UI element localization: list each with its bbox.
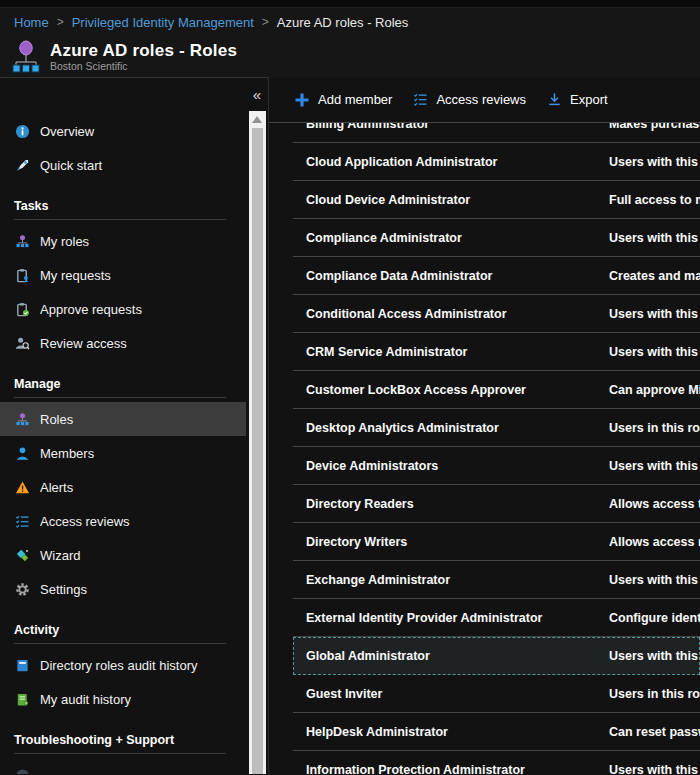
role-description: Allows access to various read only tasks… bbox=[609, 497, 700, 511]
table-row-directory-readers[interactable]: Directory ReadersAllows access to variou… bbox=[293, 485, 700, 523]
sidebar-item-label: Alerts bbox=[40, 480, 73, 495]
sidebar-item-directory-roles-audit-history[interactable]: Directory roles audit history bbox=[0, 648, 246, 682]
table-row-global-administrator[interactable]: Global AdministratorUsers with this role… bbox=[293, 637, 700, 675]
roles-table: Billing AdministratorMakes purchases, ma… bbox=[269, 123, 700, 774]
collapse-sidebar-button[interactable]: « bbox=[246, 78, 268, 111]
table-row-compliance-data-administrator[interactable]: Compliance Data AdministratorCreates and… bbox=[293, 257, 700, 295]
role-description: Users in this role can manage the Deskto… bbox=[609, 421, 700, 435]
help-icon bbox=[14, 767, 30, 774]
sidebar-item-roles[interactable]: Roles bbox=[0, 402, 246, 436]
table-row-guest-inviter[interactable]: Guest InviterUsers in this role can mana… bbox=[293, 675, 700, 713]
sidebar-item-label: Wizard bbox=[40, 548, 80, 563]
role-name: HelpDesk Administrator bbox=[293, 725, 448, 739]
table-row-directory-writers[interactable]: Directory WritersAllows access read task… bbox=[293, 523, 700, 561]
sidebar-item-wizard[interactable]: Wizard bbox=[0, 538, 246, 572]
role-name: Information Protection Administrator bbox=[293, 763, 525, 775]
role-name: Customer LockBox Access Approver bbox=[293, 383, 526, 397]
table-row-crm-service-administrator[interactable]: CRM Service AdministratorUsers with this… bbox=[293, 333, 700, 371]
sidebar-item-partial[interactable] bbox=[0, 758, 246, 774]
add-member-button[interactable]: Add member bbox=[284, 84, 402, 116]
sidebar-section-troubleshooting-support: Troubleshooting + Support bbox=[0, 729, 246, 751]
role-description: Users with this role have all permission… bbox=[609, 763, 700, 775]
sidebar-item-settings[interactable]: Settings bbox=[0, 572, 246, 606]
sidebar-item-label: Members bbox=[40, 446, 94, 461]
sidebar-item-review-access[interactable]: Review access bbox=[0, 326, 246, 360]
breadcrumb-link-home[interactable]: Home bbox=[14, 15, 49, 30]
person-icon bbox=[14, 445, 30, 461]
toolbar: Add memberAccess reviewsExport bbox=[269, 77, 700, 123]
sidebar-item-my-roles[interactable]: My roles bbox=[0, 224, 246, 258]
sidebar-item-alerts[interactable]: Alerts bbox=[0, 470, 246, 504]
sidebar-section-manage: Manage bbox=[0, 373, 246, 395]
toolbar-button-label: Add member bbox=[318, 92, 392, 107]
sidebar-item-label: Quick start bbox=[40, 158, 102, 173]
role-description: Creates and manages compliance content. bbox=[609, 269, 700, 283]
scroll-up-arrow-icon[interactable] bbox=[252, 116, 262, 123]
role-description: Allows access read tasks and a subset of… bbox=[609, 535, 700, 549]
role-description: Users with this role have the same permi… bbox=[609, 155, 700, 169]
breadcrumb-separator-icon: > bbox=[57, 15, 64, 29]
rocket-icon bbox=[14, 157, 30, 173]
sidebar-item-access-reviews[interactable]: Access reviews bbox=[0, 504, 246, 538]
table-row-desktop-analytics-administrator[interactable]: Desktop Analytics AdministratorUsers in … bbox=[293, 409, 700, 447]
role-name: External Identity Provider Administrator bbox=[293, 611, 542, 625]
sidebar-item-label: My requests bbox=[40, 268, 111, 283]
plus-icon bbox=[294, 92, 310, 108]
table-row-customer-lockbox-access-approver[interactable]: Customer LockBox Access ApproverCan appr… bbox=[293, 371, 700, 409]
role-name: Cloud Application Administrator bbox=[293, 155, 497, 169]
content: OverviewQuick startTasksMy rolesMy reque… bbox=[0, 77, 700, 774]
table-row-helpdesk-administrator[interactable]: HelpDesk AdministratorCan reset password… bbox=[293, 713, 700, 751]
table-row-billing-administrator[interactable]: Billing AdministratorMakes purchases, ma… bbox=[293, 123, 700, 143]
role-name: CRM Service Administrator bbox=[293, 345, 467, 359]
export-button[interactable]: Export bbox=[536, 84, 618, 116]
table-row-device-administrators[interactable]: Device AdministratorsUsers with this rol… bbox=[293, 447, 700, 485]
sidebar-item-label: Access reviews bbox=[40, 514, 130, 529]
sidebar-item-label: My audit history bbox=[40, 692, 131, 707]
role-description: Users with this role have access to all … bbox=[609, 649, 700, 663]
role-name: Directory Readers bbox=[293, 497, 414, 511]
role-name: Exchange Administrator bbox=[293, 573, 450, 587]
table-row-external-identity-provider-administrator[interactable]: External Identity Provider Administrator… bbox=[293, 599, 700, 637]
scrollbar[interactable] bbox=[249, 111, 266, 774]
top-strip bbox=[0, 0, 700, 8]
org-roles-icon bbox=[14, 411, 30, 427]
pim-org-icon bbox=[12, 40, 40, 74]
role-name: Billing Administrator bbox=[293, 123, 429, 131]
sidebar-item-quick-start[interactable]: Quick start bbox=[0, 148, 246, 182]
role-name: Device Administrators bbox=[293, 459, 438, 473]
table-row-cloud-application-administrator[interactable]: Cloud Application AdministratorUsers wit… bbox=[293, 143, 700, 181]
sidebar-item-approve-requests[interactable]: Approve requests bbox=[0, 292, 246, 326]
role-name: Directory Writers bbox=[293, 535, 407, 549]
table-row-exchange-administrator[interactable]: Exchange AdministratorUsers with this ro… bbox=[293, 561, 700, 599]
checklist-icon bbox=[412, 92, 428, 108]
toolbar-button-label: Access reviews bbox=[436, 92, 526, 107]
role-description: Users with this role have global permiss… bbox=[609, 345, 700, 359]
page-subtitle: Boston Scientific bbox=[50, 60, 237, 72]
toolbar-button-label: Export bbox=[570, 92, 608, 107]
sidebar-item-my-requests[interactable]: My requests bbox=[0, 258, 246, 292]
table-row-cloud-device-administrator[interactable]: Cloud Device AdministratorFull access to… bbox=[293, 181, 700, 219]
role-description: Users with this role have permissions to… bbox=[609, 231, 700, 245]
sidebar-item-my-audit-history[interactable]: My audit history bbox=[0, 682, 246, 716]
role-description: Can reset passwords for non-administrato… bbox=[609, 725, 700, 739]
person-search-icon bbox=[14, 335, 30, 351]
sidebar-section-divider bbox=[14, 219, 226, 220]
sidebar-item-members[interactable]: Members bbox=[0, 436, 246, 470]
role-name: Guest Inviter bbox=[293, 687, 382, 701]
breadcrumb: Home > Privileged Identity Management > … bbox=[0, 8, 700, 36]
sidebar-item-overview[interactable]: Overview bbox=[0, 114, 246, 148]
audit-book-icon bbox=[14, 657, 30, 673]
scrollbar-thumb[interactable] bbox=[252, 128, 263, 774]
download-icon bbox=[546, 92, 562, 108]
access-reviews-button[interactable]: Access reviews bbox=[402, 84, 536, 116]
clipboard-check-icon bbox=[14, 301, 30, 317]
table-row-compliance-administrator[interactable]: Compliance AdministratorUsers with this … bbox=[293, 219, 700, 257]
role-name: Compliance Data Administrator bbox=[293, 269, 492, 283]
table-row-conditional-access-administrator[interactable]: Conditional Access AdministratorUsers wi… bbox=[293, 295, 700, 333]
sidebar-rail: « bbox=[246, 77, 268, 774]
sidebar-section-divider bbox=[14, 643, 226, 644]
breadcrumb-link-pim[interactable]: Privileged Identity Management bbox=[72, 15, 254, 30]
table-row-information-protection-administrator[interactable]: Information Protection AdministratorUser… bbox=[293, 751, 700, 774]
warning-icon bbox=[14, 479, 30, 495]
azure-portal-screen: Home > Privileged Identity Management > … bbox=[0, 0, 700, 775]
